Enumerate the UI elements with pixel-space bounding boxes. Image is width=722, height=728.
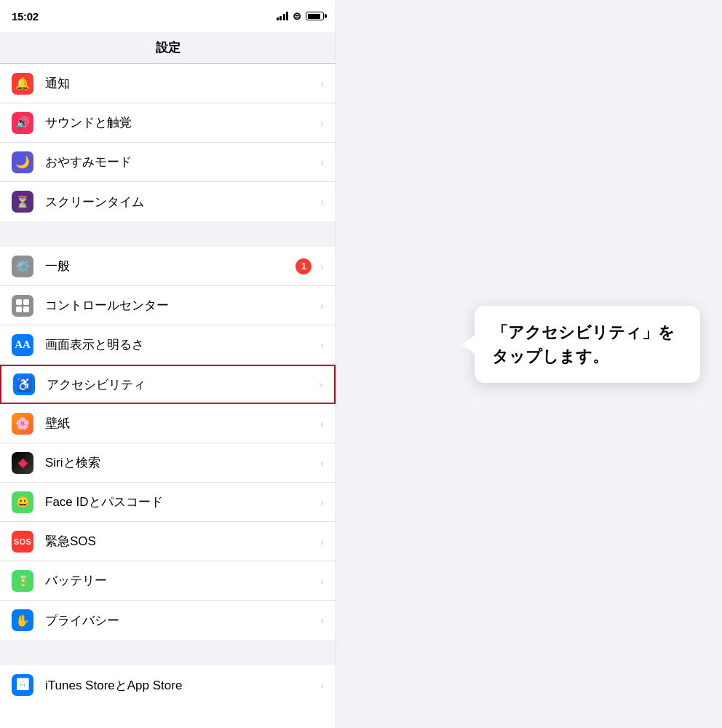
chevron-icon: ›: [320, 418, 324, 430]
donotdisturb-label: おやすみモード: [45, 154, 317, 170]
signal-icon: [277, 12, 289, 20]
nav-title: 設定: [156, 39, 180, 56]
itunes-label: iTunes StoreとApp Store: [45, 677, 317, 694]
chevron-icon: ›: [320, 536, 324, 547]
status-time: 15:02: [12, 10, 39, 23]
display-label: 画面表示と明るさ: [45, 336, 317, 353]
sos-label: 緊急SOS: [45, 533, 317, 550]
section-separator-2: [0, 640, 336, 665]
battery-status-icon: [306, 12, 324, 20]
sos-icon: SOS: [12, 531, 33, 553]
general-icon: ⚙️: [12, 256, 33, 277]
settings-row-wallpaper[interactable]: 🌸 壁紙 ›: [0, 404, 336, 443]
settings-row-privacy[interactable]: ✋ プライバシー ›: [0, 601, 336, 640]
settings-row-faceid[interactable]: 😀 Face IDとパスコード ›: [0, 483, 336, 522]
general-label: 一般: [45, 258, 295, 274]
itunes-icon: 🅰: [12, 674, 33, 696]
chevron-icon: ›: [320, 300, 324, 312]
chevron-icon: ›: [320, 679, 324, 691]
faceid-icon: 😀: [12, 491, 33, 513]
screentime-label: スクリーンタイム: [45, 194, 317, 210]
phone-screen: 15:02 ⊜ 設定 🔔 通知 › 🔊 サウン: [0, 0, 336, 728]
settings-row-donotdisturb[interactable]: 🌙 おやすみモード ›: [0, 143, 336, 182]
settings-section-3: 🅰 iTunes StoreとApp Store ›: [0, 665, 336, 705]
screentime-icon: ⏳: [12, 191, 33, 213]
chevron-icon: ›: [320, 614, 324, 626]
chevron-icon: ›: [320, 457, 324, 469]
privacy-icon: ✋: [12, 609, 33, 631]
chevron-icon: ›: [320, 261, 324, 272]
settings-row-battery[interactable]: 🔋 バッテリー ›: [0, 561, 336, 601]
notifications-label: 通知: [45, 75, 317, 92]
settings-row-itunes[interactable]: 🅰 iTunes StoreとApp Store ›: [0, 665, 336, 705]
controlcenter-icon: [12, 295, 33, 317]
settings-row-siri[interactable]: ◈ Siriと検索 ›: [0, 443, 336, 483]
settings-row-sos[interactable]: SOS 緊急SOS ›: [0, 522, 336, 561]
chevron-icon: ›: [320, 157, 324, 168]
section-separator-1: [0, 221, 336, 247]
battery-label: バッテリー: [45, 572, 317, 589]
chevron-icon: ›: [319, 379, 322, 390]
settings-row-notifications[interactable]: 🔔 通知 ›: [0, 64, 336, 103]
display-icon: AA: [12, 334, 33, 356]
accessibility-icon: ♿: [13, 373, 35, 395]
settings-section-1: 🔔 通知 › 🔊 サウンドと触覚 › 🌙 おやすみモード › ⏳ ス: [0, 64, 336, 221]
wallpaper-icon: 🌸: [12, 413, 33, 435]
chevron-icon: ›: [320, 117, 324, 129]
controlcenter-label: コントロールセンター: [45, 297, 317, 314]
nav-bar: 設定: [0, 32, 336, 64]
chevron-icon: ›: [320, 78, 324, 90]
settings-row-accessibility[interactable]: ♿ アクセシビリティ ›: [0, 365, 336, 404]
privacy-label: プライバシー: [45, 612, 317, 629]
chevron-icon: ›: [320, 196, 324, 207]
settings-section-2: ⚙️ 一般 1 › コントロールセンター › AA 画: [0, 247, 336, 640]
settings-row-controlcenter[interactable]: コントロールセンター ›: [0, 286, 336, 325]
chevron-icon: ›: [320, 575, 324, 587]
notifications-icon: 🔔: [12, 73, 33, 95]
status-icons: ⊜: [277, 10, 325, 22]
wifi-icon: ⊜: [293, 10, 301, 22]
settings-row-sounds[interactable]: 🔊 サウンドと触覚 ›: [0, 103, 336, 143]
settings-row-general[interactable]: ⚙️ 一般 1 ›: [0, 247, 336, 286]
chevron-icon: ›: [320, 496, 324, 508]
wallpaper-label: 壁紙: [45, 415, 317, 432]
callout-text: 「アクセシビリティ」をタップします。: [492, 320, 683, 368]
sounds-label: サウンドと触覚: [45, 114, 317, 131]
donotdisturb-icon: 🌙: [12, 151, 33, 173]
battery-icon: 🔋: [12, 570, 33, 592]
settings-row-display[interactable]: AA 画面表示と明るさ ›: [0, 325, 336, 365]
siri-label: Siriと検索: [45, 454, 317, 471]
accessibility-label: アクセシビリティ: [47, 376, 316, 393]
settings-row-screentime[interactable]: ⏳ スクリーンタイム ›: [0, 182, 336, 221]
faceid-label: Face IDとパスコード: [45, 494, 317, 510]
chevron-icon: ›: [320, 339, 324, 351]
status-bar: 15:02 ⊜: [0, 0, 336, 32]
siri-icon: ◈: [12, 452, 33, 474]
general-badge: 1: [295, 258, 312, 274]
callout-tooltip: 「アクセシビリティ」をタップします。: [475, 306, 700, 383]
sounds-icon: 🔊: [12, 112, 33, 134]
